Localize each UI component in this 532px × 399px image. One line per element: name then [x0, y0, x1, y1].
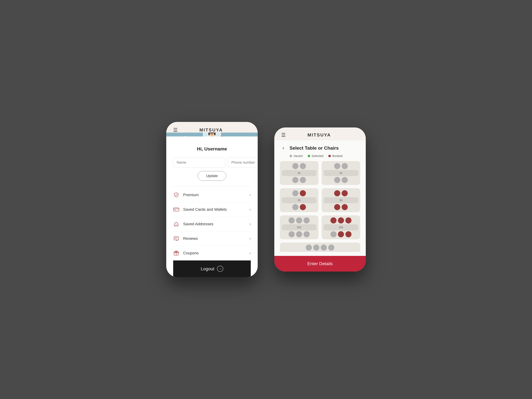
chevron-icon: ›	[249, 236, 251, 241]
chair	[321, 245, 327, 251]
addresses-label: Saved Addresses	[183, 222, 249, 226]
price-label: $$	[340, 199, 342, 202]
table-surface: $$$	[324, 224, 358, 230]
table-4[interactable]: $$	[322, 188, 360, 212]
bottom-chairs	[289, 231, 310, 237]
logout-button[interactable]: Logout →	[173, 260, 251, 277]
card-icon	[173, 206, 179, 213]
chair-booked	[334, 190, 340, 196]
menu-item-cards[interactable]: Saved Cards and Wallets ›	[173, 202, 251, 217]
svg-rect-21	[173, 208, 179, 211]
svg-rect-17	[209, 133, 210, 135]
avatar	[203, 133, 221, 136]
chair	[289, 217, 295, 223]
table-7[interactable]: $$$	[280, 243, 360, 252]
top-chairs	[330, 217, 351, 223]
price-label: $$	[340, 172, 342, 175]
chair	[342, 177, 348, 183]
update-button[interactable]: Update	[198, 171, 226, 181]
right-app-title: MITSUYA	[286, 133, 353, 138]
svg-rect-24	[174, 237, 178, 240]
table-2[interactable]: $$	[322, 161, 360, 185]
chair-booked	[300, 204, 306, 210]
legend-booked: Booked	[328, 154, 343, 158]
chair	[292, 190, 298, 196]
chair-booked	[345, 217, 351, 223]
table-surface: $$	[282, 170, 317, 176]
chair-booked	[345, 231, 351, 237]
menu-item-reviews[interactable]: Reviews ›	[173, 231, 251, 246]
top-chairs	[292, 163, 306, 169]
right-hamburger-icon[interactable]: ☰	[281, 133, 286, 138]
svg-rect-18	[214, 133, 215, 135]
table-5[interactable]: $$$	[280, 215, 318, 239]
legend-vacant: Vacant	[290, 154, 303, 158]
form-row	[173, 157, 251, 168]
price-label: $$	[298, 172, 300, 175]
menu-list: Premium › Saved Cards and Wallets ›	[173, 188, 251, 260]
chair-booked	[334, 204, 340, 210]
chair	[300, 163, 306, 169]
price-label: $$	[298, 199, 300, 202]
price-label: $$$	[297, 226, 301, 229]
top-chairs	[334, 190, 348, 196]
menu-item-addresses[interactable]: Saved Addresses ›	[173, 217, 251, 231]
chair-booked	[338, 231, 344, 237]
chair	[292, 204, 298, 210]
svg-point-19	[211, 134, 211, 135]
chair	[306, 245, 312, 251]
hamburger-icon[interactable]: ☰	[173, 128, 177, 133]
logout-label: Logout	[201, 266, 214, 271]
back-button[interactable]: ‹	[280, 145, 287, 152]
top-chairs	[306, 245, 334, 251]
chair	[296, 231, 302, 237]
tables-grid: $$ $$	[280, 161, 360, 252]
name-input[interactable]	[173, 157, 225, 168]
chair-booked	[342, 190, 348, 196]
top-chairs	[292, 190, 306, 196]
page-title-row: ‹ Select Table or Chairs	[280, 145, 360, 152]
booked-label: Booked	[332, 154, 343, 158]
table-3[interactable]: $$	[280, 188, 318, 212]
table-6[interactable]: $$$	[322, 215, 360, 239]
legend: Vacant Selected Booked	[290, 154, 360, 158]
left-header: ☰ MITSUYA	[166, 122, 258, 133]
chair	[342, 163, 348, 169]
left-app-title: MITSUYA	[177, 127, 245, 133]
table-surface: $$$	[282, 224, 317, 230]
chair	[300, 177, 306, 183]
enter-details-button[interactable]: Enter Details	[274, 256, 366, 272]
chair	[313, 245, 319, 251]
chair-booked	[342, 204, 348, 210]
chair	[334, 163, 340, 169]
table-1[interactable]: $$	[280, 161, 318, 185]
chair-booked	[338, 217, 344, 223]
table-surface: $$	[324, 197, 358, 203]
review-icon	[173, 235, 179, 242]
phone-input[interactable]	[228, 157, 258, 168]
chevron-icon: ›	[249, 193, 251, 197]
hero-section	[166, 133, 258, 136]
bottom-chairs	[330, 231, 351, 237]
chair-booked	[330, 217, 336, 223]
bottom-chairs	[292, 204, 306, 210]
chair	[334, 177, 340, 183]
legend-selected: Selected	[308, 154, 323, 158]
table-surface: $$$	[282, 252, 358, 252]
avatar-illustration	[204, 133, 220, 136]
page-title: Select Table or Chairs	[290, 145, 339, 151]
logout-icon: →	[217, 266, 223, 272]
svg-point-20	[213, 134, 213, 135]
greeting-text: Hi, Username	[197, 146, 227, 152]
reviews-label: Reviews	[183, 236, 249, 241]
top-chairs	[334, 163, 348, 169]
selected-label: Selected	[312, 154, 323, 158]
right-header: ☰ MITSUYA	[274, 127, 366, 140]
chair	[289, 231, 295, 237]
menu-item-premium[interactable]: Premium ›	[173, 188, 251, 202]
menu-item-coupons[interactable]: Coupons ›	[173, 246, 251, 260]
home-icon	[173, 221, 179, 227]
vacant-dot	[290, 155, 292, 157]
chair	[328, 245, 334, 251]
chair	[330, 231, 336, 237]
